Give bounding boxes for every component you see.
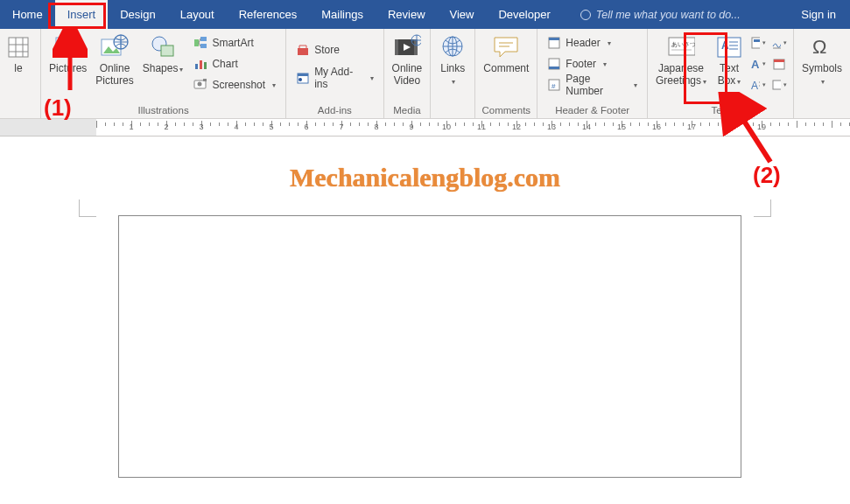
- page-corner-left: [79, 200, 96, 217]
- sign-in-link[interactable]: Sign in: [787, 0, 850, 29]
- group-media-label: Media: [388, 104, 427, 118]
- chart-button[interactable]: Chart: [191, 54, 278, 74]
- group-illustrations: Pictures Online Pictures Shapes▾: [41, 29, 286, 118]
- document-area[interactable]: Mechanicalengblog.com: [0, 136, 850, 504]
- callout-number-1: (1): [44, 94, 72, 122]
- links-label: Links▾: [440, 62, 465, 88]
- online-video-icon: [393, 33, 421, 61]
- pictures-button[interactable]: Pictures: [45, 32, 91, 76]
- svg-rect-0: [9, 38, 28, 57]
- group-text: あいさつ Japanese Greetings▾ A Text Box▾ ▾ ▾…: [648, 29, 794, 118]
- tab-view[interactable]: View: [438, 0, 487, 29]
- group-comments-label: Comments: [479, 104, 533, 118]
- pictures-label: Pictures: [49, 62, 87, 74]
- ribbon-tabstrip: Home Insert Design Layout References Mai…: [0, 0, 850, 29]
- svg-text:Ω: Ω: [812, 36, 826, 58]
- date-time-button[interactable]: [770, 55, 788, 73]
- footer-button[interactable]: Footer ▾: [544, 54, 640, 74]
- my-addins-button[interactable]: My Add-ins ▾: [293, 68, 376, 88]
- svg-rect-13: [194, 39, 199, 46]
- svg-point-7: [73, 40, 78, 46]
- chevron-down-icon: ▾: [272, 81, 276, 89]
- page-number-icon: #: [547, 78, 561, 92]
- online-video-button[interactable]: Online Video: [388, 32, 427, 89]
- shapes-label: Shapes▾: [143, 62, 184, 74]
- tell-me-search[interactable]: Tell me what you want to do...: [580, 0, 741, 29]
- text-box-frame[interactable]: [118, 215, 741, 478]
- svg-text:#: #: [551, 82, 556, 90]
- online-pictures-label: Online Pictures: [95, 62, 133, 88]
- svg-rect-19: [200, 60, 202, 69]
- smartart-label: SmartArt: [212, 37, 253, 49]
- svg-line-16: [199, 38, 200, 43]
- comment-label: Comment: [483, 62, 529, 74]
- svg-rect-14: [200, 37, 207, 41]
- svg-rect-52: [754, 39, 760, 42]
- symbols-label: Symbols▾: [802, 62, 842, 88]
- tab-layout[interactable]: Layout: [168, 0, 227, 29]
- group-symbols-label: [797, 104, 846, 118]
- shapes-button[interactable]: Shapes▾: [138, 32, 188, 76]
- table-label: le: [14, 62, 22, 74]
- svg-text:あいさつ: あいさつ: [671, 41, 695, 48]
- svg-rect-12: [161, 46, 173, 56]
- svg-line-17: [199, 43, 200, 46]
- tell-me-placeholder: Tell me what you want to do...: [596, 9, 741, 21]
- links-button[interactable]: Links▾: [434, 32, 471, 89]
- tab-design[interactable]: Design: [108, 0, 167, 29]
- screenshot-button[interactable]: Screenshot ▾: [191, 75, 278, 94]
- chart-icon: [193, 57, 207, 71]
- svg-rect-56: [774, 60, 784, 62]
- quick-parts-button[interactable]: ▾: [749, 34, 767, 52]
- header-button[interactable]: Header ▾: [544, 33, 640, 52]
- wordart-button[interactable]: A▾: [749, 55, 767, 73]
- comment-button[interactable]: Comment: [479, 32, 533, 76]
- text-box-button[interactable]: A Text Box▾: [711, 32, 748, 89]
- japanese-greetings-button[interactable]: あいさつ Japanese Greetings▾: [651, 32, 711, 89]
- group-text-label: Text: [651, 104, 790, 118]
- svg-rect-15: [200, 44, 207, 48]
- tab-review[interactable]: Review: [376, 0, 438, 29]
- svg-rect-51: [752, 38, 760, 48]
- pictures-icon: [54, 33, 82, 61]
- symbols-button[interactable]: Ω Symbols▾: [797, 32, 846, 89]
- links-icon: [439, 33, 467, 61]
- date-time-icon: [772, 57, 786, 71]
- signature-line-button[interactable]: ▾: [770, 34, 788, 52]
- drop-cap-icon: A: [750, 78, 760, 92]
- horizontal-ruler[interactable]: 12345678910111213141516171819: [0, 119, 850, 136]
- tab-mailings[interactable]: Mailings: [309, 0, 376, 29]
- svg-text:A: A: [751, 80, 758, 92]
- group-illustrations-label: Illustrations: [45, 104, 282, 118]
- table-button[interactable]: le: [0, 32, 37, 76]
- svg-rect-40: [549, 66, 559, 69]
- svg-text:A: A: [721, 39, 729, 52]
- smartart-button[interactable]: SmartArt: [191, 33, 278, 52]
- footer-label: Footer: [565, 58, 596, 70]
- store-icon: [296, 43, 310, 57]
- tab-references[interactable]: References: [227, 0, 309, 29]
- svg-point-22: [198, 82, 202, 87]
- svg-text:A: A: [751, 58, 760, 71]
- tab-home[interactable]: Home: [0, 0, 55, 29]
- group-symbols: Ω Symbols▾: [794, 29, 850, 118]
- signature-icon: [771, 36, 781, 50]
- text-misc-column: ▾ ▾ A▾ A▾ ▾: [748, 32, 790, 94]
- tab-insert[interactable]: Insert: [55, 0, 109, 29]
- svg-rect-23: [203, 79, 207, 81]
- comment-icon: [492, 33, 520, 61]
- drop-cap-button[interactable]: A▾: [749, 76, 767, 94]
- online-pictures-button[interactable]: Online Pictures: [91, 32, 137, 89]
- callout-number-2: (2): [753, 162, 781, 189]
- tab-developer[interactable]: Developer: [486, 0, 562, 29]
- store-label: Store: [314, 44, 340, 56]
- object-button[interactable]: ▾: [770, 76, 788, 94]
- group-links: Links▾: [431, 29, 475, 118]
- group-links-label: [434, 104, 471, 118]
- page-corner-right: [754, 200, 771, 217]
- group-tables: le: [0, 29, 41, 118]
- page-number-button[interactable]: # Page Number ▾: [544, 75, 640, 94]
- store-button[interactable]: Store: [293, 40, 376, 60]
- page-number-label: Page Number: [565, 73, 627, 97]
- text-box-icon: A: [715, 33, 743, 61]
